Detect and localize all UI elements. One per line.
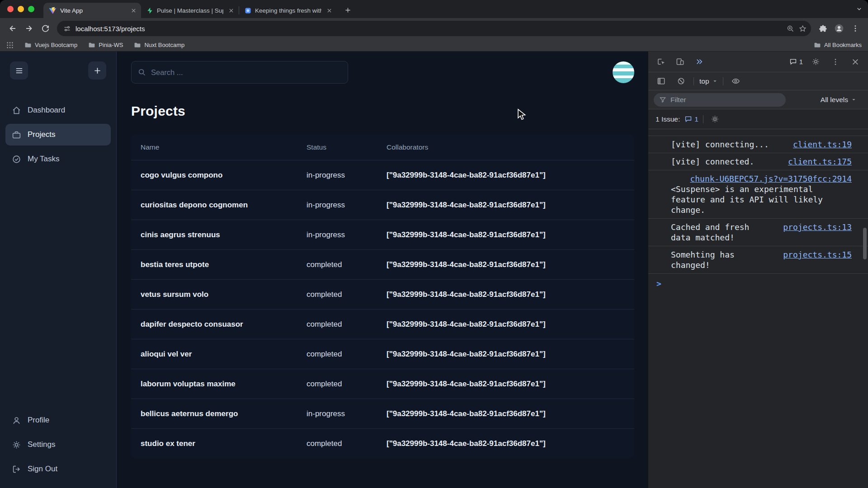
console-source-link[interactable]: client.ts:175: [788, 156, 852, 167]
console-source-link[interactable]: projects.ts:15: [783, 249, 852, 260]
more-panels-chevrons-icon[interactable]: [692, 55, 706, 69]
tab-vite-app[interactable]: Vite App: [43, 3, 141, 18]
context-label: top: [699, 77, 709, 85]
project-collaborators: ["9a32999b-3148-4cae-ba82-91acf36d87e1"]: [387, 439, 634, 448]
extensions-puzzle-icon[interactable]: [815, 20, 831, 37]
dashboard-icon: [12, 106, 21, 115]
search-input[interactable]: [151, 68, 341, 77]
filter-input[interactable]: [670, 96, 780, 104]
issues-bar: 1 Issue: 1: [648, 109, 868, 129]
console-message-text: [vite] connecting...: [671, 140, 769, 149]
projects-icon: [12, 130, 21, 140]
tab-search-button[interactable]: [856, 5, 863, 14]
log-levels-dropdown[interactable]: All levels: [821, 96, 863, 104]
inspect-element-icon[interactable]: [654, 55, 668, 69]
tab-pulse-masterclass[interactable]: Pulse | Masterclass | Supabas: [141, 3, 239, 18]
menu-toggle-button[interactable]: [10, 61, 28, 80]
console-message-counter[interactable]: 1: [789, 58, 803, 66]
console-source-link[interactable]: client.ts:19: [793, 139, 852, 150]
back-icon[interactable]: [5, 20, 21, 37]
apps-grid-icon[interactable]: [6, 42, 14, 49]
address-bar[interactable]: [75, 25, 782, 33]
tab-keeping-fresh[interactable]: Keeping things fresh with sta: [239, 3, 337, 18]
bookmark-star-icon[interactable]: [799, 25, 807, 33]
sidebar-item-sign-out[interactable]: Sign Out: [5, 458, 111, 480]
issues-counter[interactable]: 1: [684, 115, 698, 123]
device-toolbar-icon[interactable]: [673, 55, 687, 69]
console-source-link[interactable]: projects.ts:13: [783, 222, 852, 232]
table-row[interactable]: alioqui vel ver completed ["9a32999b-314…: [131, 339, 634, 369]
project-status: in-progress: [307, 201, 387, 210]
page-title: Projects: [131, 103, 634, 119]
settings-icon: [12, 440, 21, 450]
table-row[interactable]: cinis aegrus strenuus in-progress ["9a32…: [131, 220, 634, 249]
console-message-text: [vite] connected.: [671, 157, 754, 166]
new-tab-button[interactable]: [341, 4, 354, 16]
bookmark-pinia-ws[interactable]: Pinia-WS: [88, 42, 123, 49]
live-expression-eye-icon[interactable]: [729, 75, 743, 88]
site-info-icon[interactable]: [63, 25, 71, 33]
console-prompt-chevron: >: [656, 278, 661, 289]
bookmark-vuejs-bootcamp[interactable]: Vuejs Bootcamp: [24, 42, 77, 49]
devtools-menu-kebab-icon[interactable]: [828, 55, 843, 69]
tab-close-icon[interactable]: [227, 6, 235, 14]
add-project-button[interactable]: [88, 61, 106, 80]
console-message: chunk-U6BEPC57.js?v=31750fcc:2914 <Suspe…: [648, 170, 868, 219]
window-controls: [7, 6, 34, 12]
table-row[interactable]: vetus sursum volo completed ["9a32999b-3…: [131, 279, 634, 309]
console-sidebar-toggle-icon[interactable]: [654, 75, 668, 88]
tab-close-icon[interactable]: [325, 6, 333, 14]
tab-close-icon[interactable]: [129, 6, 137, 14]
filter-box[interactable]: [654, 93, 786, 107]
close-window-button[interactable]: [7, 6, 14, 12]
toolbar-separator: [723, 77, 723, 85]
search-box[interactable]: [131, 61, 348, 84]
table-row[interactable]: dapifer despecto consuasor completed ["9…: [131, 309, 634, 339]
project-collaborators: ["9a32999b-3148-4cae-ba82-91acf36d87e1"]: [387, 380, 634, 389]
devtools-close-icon[interactable]: [848, 55, 863, 69]
table-row[interactable]: laborum voluptas maxime completed ["9a32…: [131, 369, 634, 399]
table-row[interactable]: curiositas depono cognomen in-progress […: [131, 190, 634, 220]
profile-avatar-icon[interactable]: [831, 20, 847, 37]
project-collaborators: ["9a32999b-3148-4cae-ba82-91acf36d87e1"]: [387, 320, 634, 329]
sidebar-item-settings[interactable]: Settings: [5, 434, 111, 455]
sidebar-item-dashboard[interactable]: Dashboard: [5, 99, 111, 121]
user-avatar[interactable]: [613, 61, 634, 83]
sidebar-item-label: Settings: [28, 440, 55, 449]
app-sidebar: Dashboard Projects My Tasks Profile: [0, 52, 117, 488]
forward-icon[interactable]: [21, 20, 37, 37]
project-collaborators: ["9a32999b-3148-4cae-ba82-91acf36d87e1"]: [387, 171, 634, 180]
toolbar-separator: [693, 77, 694, 85]
clear-console-icon[interactable]: [674, 75, 688, 88]
project-name: studio ex tener: [141, 439, 307, 448]
console-prompt[interactable]: >: [648, 274, 868, 293]
console-scrollbar-thumb[interactable]: [863, 228, 867, 259]
omnibox[interactable]: [57, 21, 811, 36]
sidebar-item-label: Sign Out: [28, 465, 57, 474]
main-topbar: [131, 61, 634, 84]
all-bookmarks-button[interactable]: All Bookmarks: [814, 42, 862, 49]
issues-settings-gear-icon[interactable]: [708, 113, 722, 126]
devtools-settings-gear-icon[interactable]: [808, 55, 823, 69]
project-name: cogo vulgus compono: [141, 171, 307, 180]
article-favicon: [245, 7, 251, 14]
sidebar-item-profile[interactable]: Profile: [5, 409, 111, 431]
table-row[interactable]: bestia teres utpote completed ["9a32999b…: [131, 249, 634, 279]
browser-menu-kebab-icon[interactable]: [847, 20, 863, 37]
sidebar-item-my-tasks[interactable]: My Tasks: [5, 148, 111, 170]
sidebar-item-projects[interactable]: Projects: [5, 124, 111, 145]
minimize-window-button[interactable]: [18, 6, 24, 12]
issues-label[interactable]: 1 Issue:: [656, 115, 680, 123]
table-row[interactable]: bellicus aeternus demergo in-progress ["…: [131, 399, 634, 428]
reload-icon[interactable]: [37, 20, 53, 37]
fullscreen-window-button[interactable]: [28, 6, 34, 12]
zoom-indicator-icon[interactable]: [787, 25, 794, 33]
table-row[interactable]: cogo vulgus compono in-progress ["9a3299…: [131, 160, 634, 190]
bookmark-nuxt-bootcamp[interactable]: Nuxt Bootcamp: [134, 42, 184, 49]
project-collaborators: ["9a32999b-3148-4cae-ba82-91acf36d87e1"]: [387, 260, 634, 269]
table-row[interactable]: studio ex tener completed ["9a32999b-314…: [131, 428, 634, 458]
all-bookmarks-label: All Bookmarks: [824, 42, 862, 48]
search-icon: [138, 68, 146, 76]
context-selector[interactable]: top: [699, 77, 717, 85]
console-source-link[interactable]: chunk-U6BEPC57.js?v=31750fcc:2914: [690, 174, 852, 184]
